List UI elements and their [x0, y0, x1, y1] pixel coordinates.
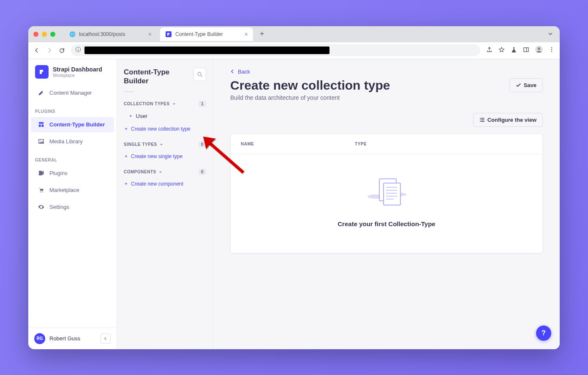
plugins-section-label: PLUGINS — [28, 101, 117, 116]
address-bar[interactable] — [71, 44, 480, 56]
nav-label: Plugins — [49, 170, 68, 176]
bookmark-icon[interactable] — [498, 47, 505, 55]
divider — [124, 91, 134, 92]
svg-point-8 — [551, 51, 552, 52]
back-link[interactable]: Back — [230, 68, 543, 75]
collapse-sidebar-button[interactable] — [101, 334, 111, 344]
sidebar-footer: RG Robert Guss — [28, 328, 117, 349]
nav-label: Marketplace — [49, 187, 79, 193]
new-tab-button[interactable]: + — [256, 30, 268, 38]
nav-label: Content-Type Builder — [49, 121, 105, 128]
gear-icon — [38, 204, 44, 211]
tab-localhost[interactable]: 🌐 localhost:3000/posts × — [64, 27, 157, 41]
brand[interactable]: Strapi Dashboard Workplace — [28, 59, 117, 85]
empty-state: Create your first Collection-Type — [231, 154, 542, 253]
table-header: NAME TYPE — [231, 134, 542, 154]
pencil-icon — [38, 90, 44, 96]
collection-item-label: User — [136, 113, 147, 119]
svg-rect-9 — [38, 122, 43, 124]
tab-label: Content-Type Builder — [175, 31, 223, 37]
create-component-link[interactable]: + Create new component — [124, 178, 206, 190]
chevron-down-icon — [160, 143, 163, 146]
image-icon — [38, 138, 44, 145]
tab-content-type-builder[interactable]: Content-Type Builder × — [160, 27, 253, 41]
svg-rect-2 — [524, 47, 528, 51]
group-label: COMPONENTS — [124, 170, 156, 174]
collection-item-user[interactable]: User — [124, 109, 206, 123]
browser-window: 🌐 localhost:3000/posts × Content-Type Bu… — [28, 26, 560, 349]
user-name: Robert Guss — [49, 335, 80, 342]
count-badge: 0 — [199, 141, 206, 148]
sidebar-mid: Content-Type Builder COLLECTION TYPES 1 … — [117, 59, 213, 349]
svg-point-14 — [40, 192, 41, 192]
profile-icon[interactable] — [535, 46, 543, 55]
sidebar-item-settings[interactable]: Settings — [31, 200, 114, 215]
svg-point-6 — [551, 47, 552, 48]
svg-point-15 — [42, 192, 43, 192]
sidebar-item-plugins[interactable]: Plugins — [31, 166, 114, 181]
avatar[interactable]: RG — [34, 333, 45, 344]
close-icon[interactable]: × — [245, 31, 248, 38]
brand-sub: Workplace — [53, 73, 102, 78]
count-badge: 1 — [199, 101, 206, 107]
sidebar-item-content-type-builder[interactable]: Content-Type Builder — [31, 117, 114, 132]
empty-text: Create your first Collection-Type — [239, 220, 534, 227]
plus-icon: + — [125, 126, 128, 132]
reload-icon[interactable] — [59, 47, 65, 54]
single-types-toggle[interactable]: SINGLE TYPES — [124, 142, 163, 147]
window-minimize-icon[interactable] — [42, 32, 47, 37]
panel-icon[interactable] — [523, 47, 529, 55]
puzzle-icon — [38, 170, 44, 177]
globe-icon: 🌐 — [69, 31, 76, 38]
nav-back-icon[interactable] — [33, 47, 40, 54]
share-icon[interactable] — [486, 47, 493, 55]
url-bar — [28, 42, 560, 59]
app-body: Strapi Dashboard Workplace Content Manag… — [28, 59, 560, 349]
nav-label: Media Library — [49, 138, 83, 145]
nav-forward-icon[interactable] — [46, 47, 53, 54]
tab-bar: 🌐 localhost:3000/posts × Content-Type Bu… — [28, 26, 560, 42]
create-label: Create new component — [131, 181, 183, 187]
layout-icon — [38, 121, 44, 128]
svg-point-7 — [551, 49, 552, 50]
strapi-logo-icon — [35, 65, 49, 79]
mid-title: Content-Type Builder — [124, 68, 190, 86]
chevron-down-icon — [159, 170, 162, 174]
collection-types-toggle[interactable]: COLLECTION TYPES — [124, 101, 176, 106]
fields-table: NAME TYPE Create your f — [230, 134, 543, 253]
page-title: Create new collection type — [230, 78, 390, 93]
svg-rect-11 — [41, 125, 44, 127]
page-subtitle: Build the data architecture of your cont… — [230, 94, 390, 101]
tabs-overflow-icon[interactable] — [546, 29, 555, 40]
window-close-icon[interactable] — [33, 32, 38, 37]
svg-point-16 — [198, 72, 201, 76]
info-icon[interactable] — [75, 47, 81, 54]
strapi-logo-icon — [165, 31, 172, 38]
nav-label: Settings — [49, 204, 69, 210]
tab-label: localhost:3000/posts — [79, 31, 125, 37]
help-button[interactable]: ? — [536, 326, 551, 341]
back-label: Back — [238, 68, 250, 75]
configure-view-button[interactable]: Configure the view — [473, 113, 543, 127]
save-button[interactable]: Save — [509, 78, 543, 92]
sidebar-item-media-library[interactable]: Media Library — [31, 134, 114, 149]
close-icon[interactable]: × — [148, 31, 152, 38]
check-icon — [516, 82, 521, 88]
chevron-down-icon — [172, 102, 176, 106]
create-single-type-link[interactable]: + Create new single type — [124, 150, 206, 163]
sidebar-item-content-manager[interactable]: Content Manager — [31, 85, 114, 101]
address-text — [84, 47, 329, 54]
create-collection-type-link[interactable]: + Create new collection type — [124, 123, 206, 135]
create-label: Create new single type — [131, 153, 182, 159]
configure-label: Configure the view — [487, 117, 536, 123]
more-icon[interactable] — [549, 47, 555, 54]
col-type-header: TYPE — [355, 142, 367, 146]
search-button[interactable] — [193, 68, 206, 81]
window-maximize-icon[interactable] — [50, 32, 55, 37]
sidebar-item-marketplace[interactable]: Marketplace — [31, 183, 114, 198]
svg-rect-10 — [38, 125, 41, 127]
flask-icon[interactable] — [511, 47, 517, 55]
components-toggle[interactable]: COMPONENTS — [124, 170, 162, 174]
traffic-lights — [33, 32, 55, 37]
sidebar-left: Strapi Dashboard Workplace Content Manag… — [28, 59, 117, 349]
